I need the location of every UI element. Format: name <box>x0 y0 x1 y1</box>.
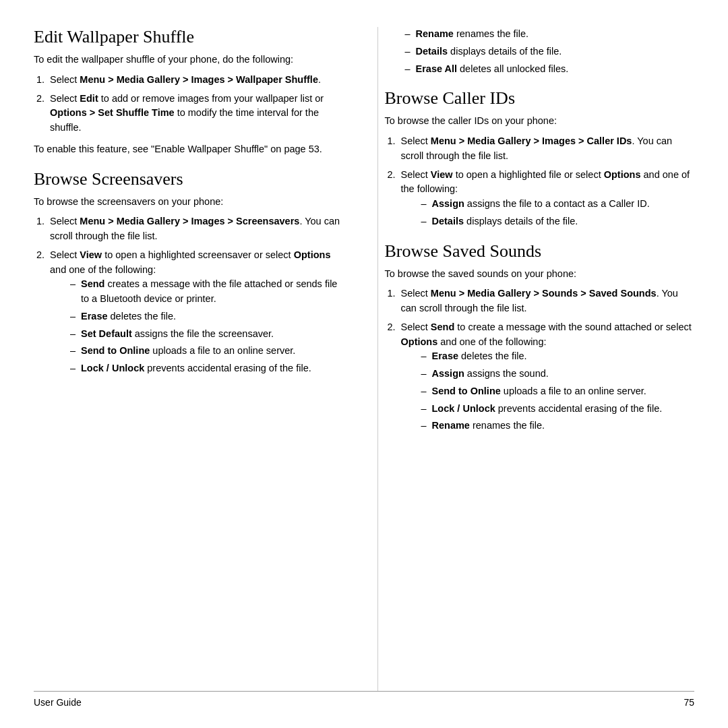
bold-text: Send <box>431 322 454 332</box>
right-column: Rename renames the file. Details display… <box>377 27 695 691</box>
section-browse-screensavers-title: Browse Screensavers <box>34 169 344 189</box>
list-item: Select Menu > Media Gallery > Images > S… <box>47 214 344 244</box>
bold-text: Menu > Media Gallery > Images > Caller I… <box>431 135 632 146</box>
section-edit-wallpaper-title: Edit Wallpaper Shuffle <box>34 27 344 47</box>
list-item: Rename renames the file. <box>421 419 695 433</box>
list-item: Send creates a message with the file att… <box>70 277 344 307</box>
section-browse-caller-ids-intro: To browse the caller IDs on your phone: <box>385 114 695 129</box>
bold-text: Options <box>604 169 641 180</box>
bold-text: Erase <box>432 351 459 361</box>
top-bullets-list: Rename renames the file. Details display… <box>405 27 695 76</box>
footer: User Guide 75 <box>34 691 694 708</box>
section-edit-wallpaper-note: To enable this feature, see "Enable Wall… <box>34 142 344 157</box>
list-item: Send to Online uploads a file to an onli… <box>70 344 344 359</box>
section-browse-screensavers-intro: To browse the screensavers on your phone… <box>34 195 344 210</box>
section-edit-wallpaper: Edit Wallpaper Shuffle To edit the wallp… <box>34 27 344 157</box>
list-item: Select Edit to add or remove images from… <box>47 92 344 135</box>
bold-text: Menu > Media Gallery > Images > Screensa… <box>80 216 299 226</box>
bold-text: Details <box>416 46 448 57</box>
list-item: Lock / Unlock prevents accidental erasin… <box>421 402 695 417</box>
list-item: Send to Online uploads a file to an onli… <box>421 384 695 399</box>
section-browse-caller-ids-steps: Select Menu > Media Gallery > Images > C… <box>398 134 695 229</box>
bold-text: Set Default <box>81 328 132 339</box>
bold-text: Assign <box>432 368 464 379</box>
bold-text: Send to Online <box>81 345 150 356</box>
section-browse-caller-ids: Browse Caller IDs To browse the caller I… <box>385 88 695 229</box>
list-item: Assign assigns the sound. <box>421 367 695 382</box>
section-browse-screensavers-steps: Select Menu > Media Gallery > Images > S… <box>47 214 344 376</box>
caller-ids-options-list: Assign assigns the file to a contact as … <box>421 197 695 229</box>
bold-text: View <box>80 249 102 260</box>
section-edit-wallpaper-intro: To edit the wallpaper shuffle of your ph… <box>34 53 344 67</box>
list-item: Select View to open a highlighted screen… <box>47 248 344 376</box>
section-browse-screensavers: Browse Screensavers To browse the screen… <box>34 169 344 376</box>
bold-text: Options > Set Shuffle Time <box>50 107 175 118</box>
bold-text: Erase <box>81 311 108 322</box>
list-item: Erase deletes the file. <box>421 349 695 364</box>
bold-text: Lock / Unlock <box>432 403 495 414</box>
page: Edit Wallpaper Shuffle To edit the wallp… <box>0 0 728 728</box>
bold-text: Send to Online <box>432 386 501 396</box>
bold-text: Rename <box>416 28 454 39</box>
bold-text: Options <box>401 336 438 347</box>
footer-right: 75 <box>684 697 694 708</box>
section-browse-saved-sounds-intro: To browse the saved sounds on your phone… <box>385 267 695 282</box>
list-item: Select Menu > Media Gallery > Images > W… <box>47 73 344 88</box>
section-edit-wallpaper-steps: Select Menu > Media Gallery > Images > W… <box>47 73 344 135</box>
bold-text: Menu > Media Gallery > Sounds > Saved So… <box>431 288 657 299</box>
list-item: Select Send to create a message with the… <box>398 320 695 433</box>
bold-text: Menu > Media Gallery > Images > Wallpape… <box>80 74 318 85</box>
footer-left: User Guide <box>34 697 82 708</box>
list-item: Details displays details of the file. <box>405 44 695 59</box>
saved-sounds-options-list: Erase deletes the file. Assign assigns t… <box>421 349 695 433</box>
bold-text: Details <box>432 216 464 226</box>
bold-text: Edit <box>80 93 98 104</box>
bold-text: Rename <box>432 420 470 431</box>
list-item: Rename renames the file. <box>405 27 695 42</box>
list-item: Select Menu > Media Gallery > Sounds > S… <box>398 286 695 316</box>
bold-text: Options <box>294 249 331 260</box>
bold-text: Erase All <box>416 63 458 74</box>
left-column: Edit Wallpaper Shuffle To edit the wallp… <box>34 27 351 691</box>
list-item: Assign assigns the file to a contact as … <box>421 197 695 212</box>
list-item: Select View to open a highlighted file o… <box>398 168 695 229</box>
section-browse-caller-ids-title: Browse Caller IDs <box>385 88 695 109</box>
screensavers-options-list: Send creates a message with the file att… <box>70 277 344 376</box>
list-item: Select Menu > Media Gallery > Images > C… <box>398 134 695 164</box>
content-columns: Edit Wallpaper Shuffle To edit the wallp… <box>34 27 694 691</box>
list-item: Details displays details of the file. <box>421 214 695 229</box>
bold-text: View <box>431 169 453 180</box>
section-browse-saved-sounds: Browse Saved Sounds To browse the saved … <box>385 241 695 434</box>
section-browse-saved-sounds-title: Browse Saved Sounds <box>385 241 695 262</box>
section-top-bullets: Rename renames the file. Details display… <box>385 27 695 76</box>
section-browse-saved-sounds-steps: Select Menu > Media Gallery > Sounds > S… <box>398 286 695 433</box>
list-item: Erase deletes the file. <box>70 309 344 324</box>
bold-text: Lock / Unlock <box>81 363 144 373</box>
list-item: Lock / Unlock prevents accidental erasin… <box>70 361 344 376</box>
list-item: Erase All deletes all unlocked files. <box>405 62 695 77</box>
list-item: Set Default assigns the file the screens… <box>70 327 344 342</box>
bold-text: Send <box>81 278 104 289</box>
bold-text: Assign <box>432 198 464 209</box>
